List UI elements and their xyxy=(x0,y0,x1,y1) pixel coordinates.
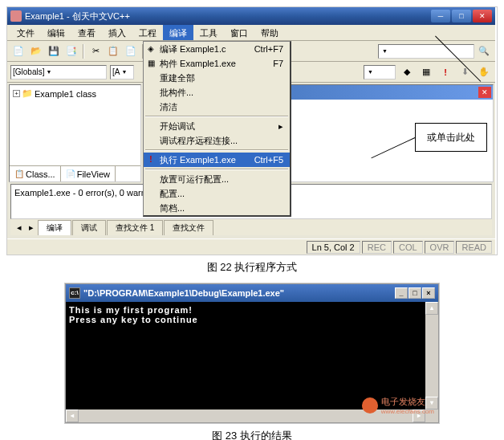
console-icon: c:\ xyxy=(69,287,80,299)
status-col: COL xyxy=(393,241,423,254)
minimize-button[interactable]: _ xyxy=(395,287,408,299)
expand-icon[interactable]: + xyxy=(13,90,20,97)
menu-edit[interactable]: 编辑 xyxy=(41,25,71,40)
console-line: Press any key to continue xyxy=(69,315,435,324)
compile-icon[interactable]: ◆ xyxy=(399,64,415,80)
tab-build[interactable]: 编译 xyxy=(38,220,71,235)
status-rec: REC xyxy=(362,241,392,254)
dd-start-debug[interactable]: 开始调试▸ xyxy=(144,119,290,133)
maximize-button[interactable]: □ xyxy=(452,10,471,22)
copy-icon[interactable]: 📋 xyxy=(105,43,121,59)
dd-label: 重建全部 xyxy=(160,72,195,84)
dd-arrow: ▸ xyxy=(278,121,287,132)
console-title: "D:\PROGRAM\Example1\Debug\Example1.exe" xyxy=(83,288,284,298)
save-icon[interactable]: 💾 xyxy=(46,43,62,59)
menu-insert[interactable]: 插入 xyxy=(102,25,132,40)
dd-shortcut: Ctrl+F5 xyxy=(254,155,287,165)
app-icon xyxy=(10,10,22,22)
dd-shortcut: Ctrl+F7 xyxy=(254,44,287,54)
tab-find2[interactable]: 查找文件 xyxy=(164,220,213,235)
titlebar: Example1 - 创天中文VC++ ─ □ ✕ xyxy=(7,7,495,25)
dd-label: 放置可运行配置... xyxy=(160,173,229,185)
status-ovr: OVR xyxy=(425,241,455,254)
class-tree[interactable]: + 📁 Example1 class xyxy=(10,85,140,165)
scroll-up-icon[interactable]: ▴ xyxy=(425,302,438,315)
dd-label: 配置... xyxy=(160,188,185,200)
menu-window[interactable]: 窗口 xyxy=(224,25,254,40)
tab-classview[interactable]: 📋Class... xyxy=(10,166,61,181)
search-combo[interactable] xyxy=(378,44,474,59)
execute-icon[interactable]: ! xyxy=(437,64,453,80)
tree-root-item[interactable]: + 📁 Example1 class xyxy=(13,88,137,99)
tab-label: FileView xyxy=(77,169,110,179)
close-button[interactable]: ✕ xyxy=(473,10,492,22)
separator xyxy=(83,44,84,59)
minimize-button[interactable]: ─ xyxy=(431,10,450,22)
dd-label: 开始调试 xyxy=(160,120,195,132)
dd-clean[interactable]: 清洁 xyxy=(144,100,290,114)
paste-icon[interactable]: 📄 xyxy=(123,43,139,59)
menu-help[interactable]: 帮助 xyxy=(254,25,285,40)
tree-label: Example1 class xyxy=(35,89,96,99)
dd-label: 执行 Example1.exe xyxy=(160,154,236,166)
dd-label: 编译 Example1.c xyxy=(160,43,226,55)
dd-active-config[interactable]: 放置可运行配置... xyxy=(144,172,290,186)
scrollbar-vertical[interactable]: ▴ ▾ xyxy=(425,302,438,409)
dd-label: 简档... xyxy=(160,202,185,214)
new-icon[interactable]: 📄 xyxy=(10,43,26,59)
statusbar: Ln 5, Col 2 REC COL OVR READ xyxy=(7,238,495,255)
ide-window: Example1 - 创天中文VC++ ─ □ ✕ 文件 编辑 查看 插入 工程… xyxy=(7,7,495,255)
dd-rebuild[interactable]: 重建全部 xyxy=(144,71,290,85)
dd-build[interactable]: ▦构件 Example1.exeF7 xyxy=(144,56,290,71)
sidebar-tabs: 📋Class... 📄FileView xyxy=(10,165,140,181)
menu-project[interactable]: 工程 xyxy=(132,25,163,40)
tab-scroll-right[interactable]: ▸ xyxy=(26,222,37,233)
dd-label: 构件 Example1.exe xyxy=(160,58,236,70)
separator xyxy=(145,149,288,151)
console-titlebar: c:\ "D:\PROGRAM\Example1\Debug\Example1.… xyxy=(66,284,438,302)
dd-label: 清洁 xyxy=(160,101,177,113)
watermark-text: 电子发烧友 xyxy=(381,396,434,408)
window-title: Example1 - 创天中文VC++ xyxy=(25,10,431,22)
build-icon: ▦ xyxy=(145,58,156,69)
dd-label: 批构件... xyxy=(160,87,193,99)
figure-caption-1: 图 22 执行程序方式 xyxy=(6,260,498,275)
menu-file[interactable]: 文件 xyxy=(10,25,41,40)
tab-find1[interactable]: 查找文件 1 xyxy=(107,220,163,235)
menu-tools[interactable]: 工具 xyxy=(193,25,224,40)
maximize-button[interactable]: □ xyxy=(408,287,421,299)
dd-config[interactable]: 配置... xyxy=(144,186,290,201)
scope-combo[interactable]: [Globals] xyxy=(10,65,107,79)
dd-batch[interactable]: 批构件... xyxy=(144,85,290,100)
scroll-left-icon[interactable]: ◂ xyxy=(66,409,79,422)
tab-fileview[interactable]: 📄FileView xyxy=(61,166,116,181)
window-buttons: ─ □ ✕ xyxy=(431,10,492,22)
build-icon[interactable]: ▦ xyxy=(418,64,434,80)
close-button[interactable]: × xyxy=(422,287,435,299)
config-combo[interactable] xyxy=(364,65,396,79)
dd-remote-debug[interactable]: 调试程序远程连接... xyxy=(144,133,290,148)
cursor-position: Ln 5, Col 2 xyxy=(307,241,360,254)
figure-ide: Example1 - 创天中文VC++ ─ □ ✕ 文件 编辑 查看 插入 工程… xyxy=(6,6,498,255)
build-menu-dropdown: ◈编译 Example1.cCtrl+F7 ▦构件 Example1.exeF7… xyxy=(143,41,291,217)
saveall-icon[interactable]: 📑 xyxy=(63,43,79,59)
compile-icon: ◈ xyxy=(145,43,156,55)
output-tabs: ◂ ▸ 编译 调试 查找文件 1 查找文件 xyxy=(10,219,492,235)
menu-build[interactable]: 编译 xyxy=(163,25,193,40)
break-icon[interactable]: ✋ xyxy=(476,64,492,80)
dd-profile[interactable]: 简档... xyxy=(144,201,290,215)
editor-close-button[interactable]: ✕ xyxy=(478,87,491,98)
figure-caption-2: 图 23 执行的结果 xyxy=(6,429,498,440)
dd-compile[interactable]: ◈编译 Example1.cCtrl+F7 xyxy=(144,42,290,56)
cut-icon[interactable]: ✂ xyxy=(87,43,104,59)
tab-debug[interactable]: 调试 xyxy=(72,220,106,235)
tab-scroll-left[interactable]: ◂ xyxy=(14,222,25,233)
find-icon[interactable]: 🔍 xyxy=(476,43,492,59)
open-icon[interactable]: 📂 xyxy=(28,43,44,59)
dd-execute[interactable]: !执行 Example1.exeCtrl+F5 xyxy=(144,153,290,167)
execute-icon: ! xyxy=(145,154,156,165)
figure-console: c:\ "D:\PROGRAM\Example1\Debug\Example1.… xyxy=(64,283,440,424)
menu-view[interactable]: 查看 xyxy=(71,25,102,40)
watermark: 电子发烧友 www.elecfans.com xyxy=(362,396,434,415)
member-combo[interactable]: [A xyxy=(110,65,134,79)
